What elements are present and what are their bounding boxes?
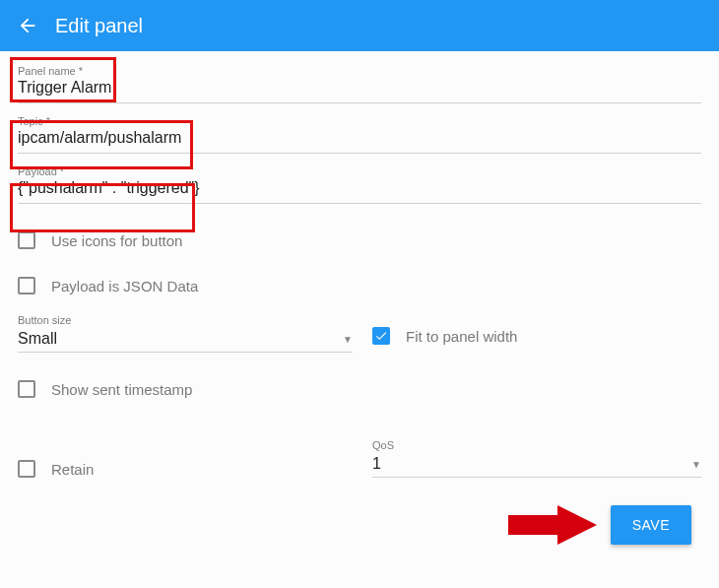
appbar-title: Edit panel: [55, 15, 143, 37]
retain-label: Retain: [51, 461, 94, 478]
button-size-field[interactable]: Button size Small ▼: [18, 314, 353, 353]
fit-to-width-checkbox[interactable]: [372, 327, 390, 345]
retain-checkbox[interactable]: [18, 460, 35, 478]
show-timestamp-row: Show sent timestamp: [18, 380, 701, 398]
dropdown-icon: ▼: [691, 459, 701, 470]
appbar: Edit panel: [0, 0, 719, 51]
show-timestamp-label: Show sent timestamp: [51, 381, 192, 398]
arrow-back-icon: [17, 15, 38, 36]
button-size-label: Button size: [18, 314, 353, 326]
show-timestamp-checkbox[interactable]: [18, 380, 35, 398]
panel-name-input[interactable]: [18, 79, 701, 97]
payload-input[interactable]: [18, 179, 701, 197]
button-size-select[interactable]: Small ▼: [18, 330, 353, 353]
payload-field[interactable]: Payload *: [18, 163, 701, 204]
payload-json-row: Payload is JSON Data: [18, 277, 701, 294]
qos-select[interactable]: 1 ▼: [372, 455, 701, 478]
size-fit-row: Button size Small ▼ Fit to panel width: [18, 314, 701, 353]
fit-to-width-row: Fit to panel width: [372, 327, 701, 345]
topic-label: Topic *: [18, 115, 50, 127]
panel-name-field[interactable]: Panel name *: [18, 63, 701, 103]
annotation-arrow-icon: [508, 501, 597, 549]
qos-value: 1: [372, 455, 381, 473]
dropdown-icon: ▼: [343, 334, 353, 345]
qos-label: QoS: [372, 439, 701, 451]
save-button[interactable]: SAVE: [611, 505, 691, 545]
fit-to-width-label: Fit to panel width: [406, 328, 517, 345]
svg-marker-0: [508, 505, 597, 545]
use-icons-checkbox[interactable]: [18, 231, 35, 249]
use-icons-label: Use icons for button: [51, 232, 182, 249]
topic-input[interactable]: [18, 129, 701, 147]
button-size-value: Small: [18, 330, 57, 348]
use-icons-row: Use icons for button: [18, 231, 701, 249]
back-button[interactable]: [14, 12, 41, 39]
retain-qos-row: Retain QoS 1 ▼: [18, 439, 701, 478]
payload-label: Payload *: [18, 165, 64, 177]
panel-name-label: Panel name *: [18, 65, 83, 77]
save-row: SAVE: [18, 501, 701, 549]
topic-field[interactable]: Topic *: [18, 113, 701, 154]
retain-row: Retain: [18, 460, 353, 478]
qos-field[interactable]: QoS 1 ▼: [372, 439, 701, 478]
payload-json-label: Payload is JSON Data: [51, 278, 198, 294]
payload-json-checkbox[interactable]: [18, 277, 35, 294]
form-body: Panel name * Topic * Payload * Use icons…: [0, 51, 719, 566]
